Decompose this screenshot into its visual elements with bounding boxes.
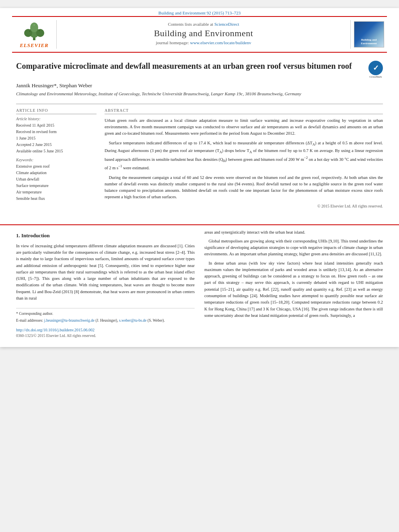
svg-point-5 bbox=[29, 31, 31, 32]
keywords-label: Keywords: bbox=[16, 158, 97, 162]
abstract-para-3: During the measurement campaign a total … bbox=[105, 175, 383, 201]
journal-header-center: Contents lists available at ScienceDirec… bbox=[56, 20, 351, 49]
journal-logo-right: Building andEnvironment bbox=[351, 20, 387, 49]
contents-available-text: Contents lists available at bbox=[168, 22, 213, 27]
abstract-title: ABSTRACT bbox=[105, 108, 383, 114]
corresponding-author-text: * Corresponding author. bbox=[16, 312, 53, 316]
intro-para-right-1: areas and synergistically interact with … bbox=[204, 229, 383, 236]
affiliation: Climatology and Environmental Meteorolog… bbox=[16, 90, 383, 97]
abstract-para-2: Surface temperatures indicated differenc… bbox=[105, 140, 383, 171]
elsevier-brand-label: ELSEVIER bbox=[20, 42, 49, 49]
email2-name: (S. Weber). bbox=[148, 318, 165, 322]
intro-para-right-2: Global metropolises are growing along wi… bbox=[204, 238, 383, 258]
corresponding-author-note: * Corresponding author. bbox=[16, 311, 195, 316]
svg-point-6 bbox=[39, 30, 40, 31]
email2-link[interactable]: s.weber@tu-bs.de bbox=[119, 318, 146, 322]
journal-title: Building and Environment bbox=[65, 28, 342, 39]
sciencedirect-link[interactable]: ScienceDirect bbox=[214, 22, 239, 27]
issn-text: 0360-1323/© 2015 Elsevier Ltd. All right… bbox=[16, 334, 96, 338]
journal-logo-text: Building andEnvironment bbox=[361, 38, 377, 45]
article-history-label: Article history: bbox=[16, 117, 97, 121]
elsevier-tree-icon bbox=[20, 20, 48, 42]
received-revised-date: 1 June 2015 bbox=[16, 135, 97, 142]
article-content: Comparative microclimate and dewfall mea… bbox=[0, 53, 399, 220]
journal-homepage-link[interactable]: www.elsevier.com/locate/buildenv bbox=[190, 40, 251, 45]
journal-ref-bar: Building and Environment 92 (2015) 713–7… bbox=[0, 8, 399, 16]
received-revised-label: Received in revised form bbox=[16, 129, 97, 135]
keyword-5: Air temperature bbox=[16, 189, 97, 195]
title-row: Comparative microclimate and dewfall mea… bbox=[16, 61, 383, 78]
copyright-line: © 2015 Elsevier Ltd. All rights reserved… bbox=[105, 204, 383, 208]
crossmark-icon: ✓ bbox=[368, 61, 383, 75]
elsevier-logo: ELSEVIER bbox=[12, 20, 56, 49]
body-two-col: 1. Introduction In view of increasing gl… bbox=[16, 229, 383, 339]
keyword-3: Urban dewfall bbox=[16, 176, 97, 183]
computed-word: Computed bbox=[292, 300, 309, 304]
crossmark-label: CrossMark bbox=[368, 75, 383, 78]
body-section: 1. Introduction In view of increasing gl… bbox=[0, 224, 399, 347]
email1-name: (J. Heusinger), bbox=[95, 318, 118, 322]
authors-text: Jannik Heusinger*, Stephan Weber bbox=[16, 82, 92, 88]
received-date: Received 11 April 2015 bbox=[16, 122, 97, 129]
section1-title: 1. Introduction bbox=[16, 232, 195, 240]
journal-logo-box: Building andEnvironment bbox=[354, 21, 384, 47]
abstract-text: Urban green roofs are discussed as a loc… bbox=[105, 117, 383, 201]
email1-link[interactable]: j.heusinger@tu-braunschweig.de bbox=[44, 318, 95, 322]
email-label: E-mail addresses: bbox=[16, 318, 43, 322]
abstract-section: ABSTRACT Urban green roofs are discussed… bbox=[105, 108, 383, 208]
page: Building and Environment 92 (2015) 713–7… bbox=[0, 8, 399, 347]
keyword-4: Surface temperature bbox=[16, 183, 97, 189]
article-info: ARTICLE INFO Article history: Received 1… bbox=[16, 108, 97, 208]
keywords-list: Extensive green roof Climate adaptation … bbox=[16, 163, 97, 202]
abstract-para-1: Urban green roofs are discussed as a loc… bbox=[105, 117, 383, 137]
journal-header: ELSEVIER Contents lists available at Sci… bbox=[12, 16, 387, 53]
accepted-date: Accepted 2 June 2015 bbox=[16, 142, 97, 148]
intro-para-right-3: In dense urban areas (with low sky view … bbox=[204, 260, 383, 319]
homepage-label: journal homepage: bbox=[156, 40, 189, 45]
svg-point-4 bbox=[30, 23, 38, 32]
issn-line: 0360-1323/© 2015 Elsevier Ltd. All right… bbox=[16, 333, 195, 339]
keyword-1: Extensive green roof bbox=[16, 163, 97, 170]
available-online-date: Available online 5 June 2015 bbox=[16, 148, 97, 154]
sciencedirect-line: Contents lists available at ScienceDirec… bbox=[65, 22, 342, 27]
doi-text: http://dx.doi.org/10.1016/j.buildenv.201… bbox=[16, 328, 95, 332]
article-title: Comparative microclimate and dewfall mea… bbox=[16, 61, 364, 71]
article-info-title: ARTICLE INFO bbox=[16, 108, 97, 114]
intro-para-1: In view of increasing global temperature… bbox=[16, 243, 195, 302]
crossmark-container: ✓ CrossMark bbox=[368, 61, 383, 78]
body-col-left: 1. Introduction In view of increasing gl… bbox=[16, 229, 195, 339]
svg-point-7 bbox=[33, 24, 35, 26]
journal-homepage-line: journal homepage: www.elsevier.com/locat… bbox=[65, 40, 342, 45]
authors: Jannik Heusinger*, Stephan Weber bbox=[16, 82, 383, 89]
keyword-2: Climate adaptation bbox=[16, 170, 97, 176]
email-footnote: E-mail addresses: j.heusinger@tu-braunsc… bbox=[16, 318, 195, 323]
keyword-6: Sensible heat flux bbox=[16, 195, 97, 202]
doi-line[interactable]: http://dx.doi.org/10.1016/j.buildenv.201… bbox=[16, 327, 195, 333]
article-info-abstract-row: ARTICLE INFO Article history: Received 1… bbox=[16, 104, 383, 208]
body-col-right: areas and synergistically interact with … bbox=[204, 229, 383, 339]
footnote-section: * Corresponding author. E-mail addresses… bbox=[16, 308, 195, 324]
journal-reference: Building and Environment 92 (2015) 713–7… bbox=[158, 10, 241, 15]
